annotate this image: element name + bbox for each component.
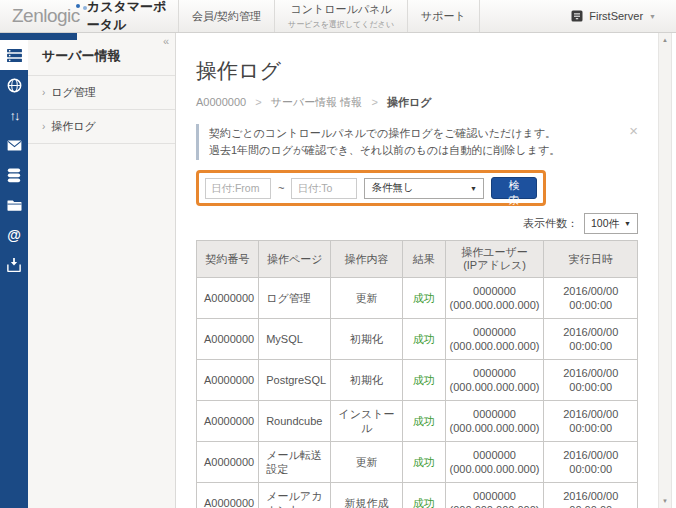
date-from-input[interactable] — [205, 178, 271, 199]
breadcrumb-current: 操作ログ — [387, 96, 432, 108]
breadcrumb-contract[interactable]: A0000000 — [196, 96, 246, 108]
breadcrumb-separator: > — [371, 96, 377, 108]
table-row: A0000000 MySQL 初期化 成功 0000000 (000.000.0… — [197, 319, 638, 360]
cell-datetime: 2016/00/00 00:00:00 — [544, 360, 638, 401]
rail-item-transfer[interactable]: ↑↓ — [0, 100, 28, 130]
cell-result: 成功 — [403, 319, 445, 360]
vertical-scrollbar[interactable]: ▲ ▼ — [658, 33, 672, 508]
transfer-arrows-icon: ↑↓ — [10, 109, 19, 122]
scroll-up-icon[interactable]: ▲ — [659, 37, 671, 43]
tab-control-panel[interactable]: コントロールパネル サービスを選択してください — [275, 0, 408, 32]
tab-label: 会員/契約管理 — [192, 9, 261, 24]
cell-user-ip: (000.000.000.000) — [450, 421, 540, 435]
tab-support[interactable]: サポート — [408, 0, 480, 32]
rail-item-server-info[interactable] — [0, 40, 28, 70]
chevron-down-icon: ▼ — [470, 185, 477, 192]
table-header-row: 契約番号 操作ページ 操作内容 結果 操作ユーザー (IPアドレス) 実行日時 — [197, 241, 638, 278]
tab-label: サポート — [421, 9, 466, 24]
page-size-label: 表示件数： — [523, 216, 578, 231]
cell-contract: A0000000 — [197, 278, 259, 319]
cell-contract: A0000000 — [197, 319, 259, 360]
cell-user-id: 0000000 — [450, 284, 540, 298]
folder-icon — [7, 199, 22, 211]
scroll-down-icon[interactable]: ▼ — [659, 498, 671, 504]
page-size-select[interactable]: 100件 ▼ — [584, 213, 638, 234]
at-sign-icon: @ — [7, 228, 21, 242]
table-row: A0000000 Roundcube インストール 成功 0000000 (00… — [197, 401, 638, 442]
page-size-value: 100件 — [591, 217, 619, 231]
date-range-separator: ~ — [278, 182, 284, 194]
cell-contract: A0000000 — [197, 360, 259, 401]
close-icon[interactable]: × — [629, 122, 638, 139]
cell-result: 成功 — [403, 483, 445, 508]
cell-user-id: 0000000 — [450, 325, 540, 339]
tab-sublabel: サービスを選択してください — [288, 19, 394, 30]
breadcrumb: A0000000 > サーバー情報 情報 > 操作ログ — [196, 95, 638, 110]
sidebar-item-label: ログ管理 — [51, 86, 96, 98]
sidebar-item-operation-log[interactable]: ›操作ログ — [28, 110, 175, 144]
rail-item-domain[interactable] — [0, 70, 28, 100]
mail-icon — [7, 140, 22, 151]
cell-action: 新規作成 — [331, 483, 403, 508]
cell-contract: A0000000 — [197, 483, 259, 508]
cell-result: 成功 — [403, 401, 445, 442]
rail-item-files[interactable] — [0, 190, 28, 220]
col-result: 結果 — [403, 241, 445, 278]
cell-page: PostgreSQL — [259, 360, 331, 401]
cell-user: 0000000 (000.000.000.000) — [445, 401, 544, 442]
cell-user: 0000000 (000.000.000.000) — [445, 278, 544, 319]
breadcrumb-server-info[interactable]: サーバー情報 情報 — [271, 96, 363, 108]
cell-datetime: 2016/00/00 00:00:00 — [544, 442, 638, 483]
date-to-input[interactable] — [291, 178, 357, 199]
breadcrumb-separator: > — [255, 96, 261, 108]
globe-icon — [7, 78, 22, 93]
cell-user: 0000000 (000.000.000.000) — [445, 360, 544, 401]
col-operation-user-line1: 操作ユーザー — [449, 246, 541, 259]
icon-rail: ↑↓ @ — [0, 33, 28, 508]
col-operation-page: 操作ページ — [259, 241, 331, 278]
col-operation-detail: 操作内容 — [331, 241, 403, 278]
cell-result: 成功 — [403, 278, 445, 319]
server-list-icon — [7, 49, 22, 62]
table-row: A0000000 ログ管理 更新 成功 0000000 (000.000.000… — [197, 278, 638, 319]
rail-item-webmail[interactable]: @ — [0, 220, 28, 250]
cell-page: メールアカウント — [259, 483, 331, 508]
rail-item-database[interactable] — [0, 160, 28, 190]
cell-datetime: 2016/00/00 00:00:00 — [544, 401, 638, 442]
cell-user: 0000000 (000.000.000.000) — [445, 319, 544, 360]
database-icon — [7, 168, 21, 183]
cell-contract: A0000000 — [197, 442, 259, 483]
sidebar-item-log-management[interactable]: ›ログ管理 — [28, 76, 175, 110]
sidebar-panel: « サーバー情報 ›ログ管理 ›操作ログ — [28, 33, 176, 508]
cell-action: インストール — [331, 401, 403, 442]
app-header: Zenlogic カスタマーポータル 会員/契約管理 コントロールパネル サービ… — [0, 0, 676, 33]
col-contract-number: 契約番号 — [197, 241, 259, 278]
cell-action: 初期化 — [331, 360, 403, 401]
collapse-sidebar-icon[interactable]: « — [163, 35, 169, 47]
logo-dot-icon — [83, 6, 87, 10]
sidebar-accent-bar — [0, 33, 77, 40]
table-row: A0000000 PostgreSQL 初期化 成功 0000000 (000.… — [197, 360, 638, 401]
rail-item-mail[interactable] — [0, 130, 28, 160]
cell-page: ログ管理 — [259, 278, 331, 319]
tab-label: コントロールパネル — [290, 2, 391, 17]
condition-select-value: 条件無し — [371, 181, 413, 195]
col-operation-user: 操作ユーザー (IPアドレス) — [445, 241, 544, 278]
condition-select[interactable]: 条件無し ▼ — [364, 178, 484, 199]
logo-dot-icon — [76, 4, 80, 8]
page-title: 操作ログ — [196, 57, 638, 85]
cell-page: MySQL — [259, 319, 331, 360]
search-filter-bar: ~ 条件無し ▼ 検索 — [196, 170, 546, 206]
install-icon — [7, 258, 21, 272]
sidebar-item-label: 操作ログ — [51, 120, 96, 132]
search-button[interactable]: 検索 — [491, 177, 537, 199]
account-menu[interactable]: FirstServer ▼ — [571, 0, 676, 32]
cell-user-id: 0000000 — [450, 366, 540, 380]
col-executed-at: 実行日時 — [544, 241, 638, 278]
tab-member-contract[interactable]: 会員/契約管理 — [179, 0, 275, 32]
page-size-control-top: 表示件数： 100件 ▼ — [196, 213, 638, 234]
cell-user-id: 0000000 — [450, 448, 540, 462]
col-operation-user-line2: (IPアドレス) — [449, 259, 541, 272]
rail-item-install[interactable] — [0, 250, 28, 280]
notice-line: 過去1年間のログが確認でき、それ以前のものは自動的に削除します。 — [209, 142, 614, 159]
